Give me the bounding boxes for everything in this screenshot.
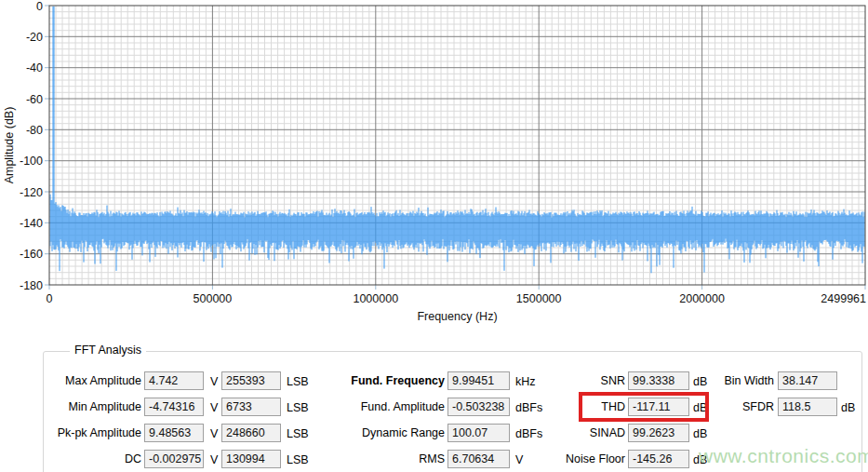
value-box[interactable]: -145.26 <box>628 450 689 468</box>
y-tick-label: -100 <box>20 155 43 168</box>
field-label: SINAD <box>554 424 625 442</box>
unit-label: V <box>210 372 218 391</box>
value-box[interactable]: 99.3338 <box>628 371 689 390</box>
field-label: SNR <box>554 371 625 390</box>
x-tick-label: 1500000 <box>516 292 562 305</box>
value-box[interactable]: 6.70634 <box>447 450 510 468</box>
lsb-unit-label: LSB <box>287 451 309 469</box>
unit-label: dBFs <box>515 425 542 443</box>
x-tick-label: 500000 <box>194 292 233 305</box>
lsb-unit-label: LSB <box>287 372 309 391</box>
unit-label: V <box>210 451 218 469</box>
lsb-unit-label: LSB <box>287 398 309 417</box>
y-tick-label: -140 <box>20 217 43 230</box>
y-tick-label: 0 <box>36 0 43 13</box>
lsb-value-box[interactable]: 255393 <box>221 371 281 390</box>
spectrum-trace <box>50 7 864 274</box>
value-box[interactable]: 100.07 <box>447 424 510 442</box>
field-label: RMS <box>342 450 445 468</box>
y-tick-label: -180 <box>20 279 43 292</box>
unit-label: dB <box>841 398 855 417</box>
field-label: Max Amplitude <box>47 371 141 390</box>
field-label: Bin Width <box>707 371 774 390</box>
field-label: Dynamic Range <box>342 424 445 442</box>
value-box[interactable]: 99.2623 <box>628 424 689 442</box>
x-axis-title: Frequency (Hz) <box>417 310 497 323</box>
groupbox-title: FFT Analysis <box>70 344 146 357</box>
value-box[interactable]: -0.002975 <box>144 450 204 468</box>
value-box[interactable]: 9.99451 <box>447 371 510 390</box>
fft-spectrum-chart: 050000010000001500000200000024999610-20-… <box>0 0 868 328</box>
value-box[interactable]: -0.503238 <box>447 398 510 416</box>
unit-label: V <box>210 425 218 443</box>
y-tick-label: -160 <box>20 248 43 261</box>
unit-label: dB <box>693 372 707 391</box>
lsb-value-box[interactable]: 6733 <box>221 398 281 416</box>
value-box[interactable]: -4.74316 <box>144 398 204 416</box>
y-axis-title: Amplitude (dB) <box>3 107 16 184</box>
unit-label: dBFs <box>515 398 542 417</box>
value-box[interactable]: 38.147 <box>778 371 837 390</box>
watermark-text: www.cntronics.com <box>699 445 868 467</box>
field-label: Fund. Amplitude <box>342 398 445 416</box>
y-tick-label: -60 <box>26 93 43 106</box>
x-tick-label: 0 <box>47 292 53 305</box>
field-label: Fund. Frequency <box>342 371 445 390</box>
field-label: Pk-pk Amplitude <box>47 424 141 442</box>
unit-label: V <box>210 398 218 417</box>
field-label: Noise Floor <box>554 450 625 468</box>
unit-label: kHz <box>515 372 536 391</box>
lsb-value-box[interactable]: 248660 <box>221 424 281 442</box>
unit-label: dB <box>693 425 707 443</box>
x-tick-label: 1000000 <box>353 292 398 305</box>
app-window: 050000010000001500000200000024999610-20-… <box>0 0 868 472</box>
field-label: Min Amplitude <box>47 398 141 416</box>
y-tick-label: -20 <box>26 31 43 44</box>
x-tick-label: 2000000 <box>679 292 725 305</box>
value-box[interactable]: 4.742 <box>144 371 204 390</box>
lsb-value-box[interactable]: 130994 <box>221 450 281 468</box>
field-label: SFDR <box>707 398 774 416</box>
field-label: DC <box>47 450 141 468</box>
value-box[interactable]: 118.5 <box>778 398 837 416</box>
thd-highlight-rectangle <box>579 392 709 422</box>
x-tick-label: 2499961 <box>821 292 866 305</box>
y-tick-label: -120 <box>20 186 43 199</box>
y-tick-label: -40 <box>26 61 43 74</box>
value-box[interactable]: 9.48563 <box>144 424 204 442</box>
lsb-unit-label: LSB <box>287 425 309 443</box>
unit-label: V <box>515 451 523 469</box>
y-tick-label: -80 <box>26 124 43 137</box>
